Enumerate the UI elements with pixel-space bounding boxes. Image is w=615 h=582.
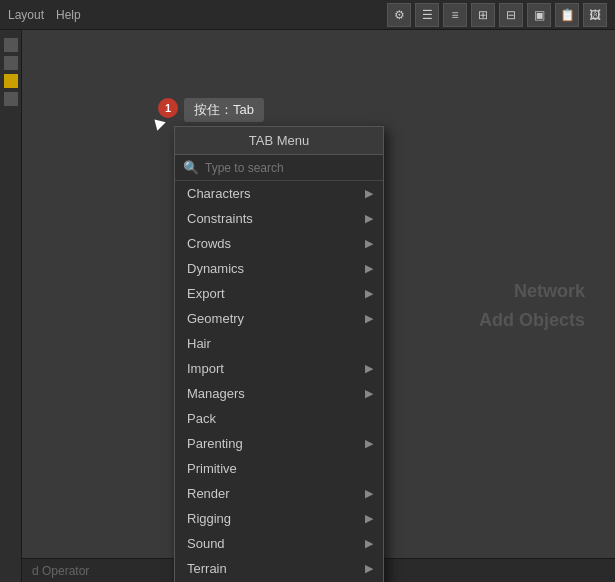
menu-item-label: Parenting xyxy=(187,436,243,451)
toolbar: Layout Help ⚙ ☰ ≡ ⊞ ⊟ ▣ 📋 🖼 xyxy=(0,0,615,30)
bg-line-network: Network xyxy=(479,277,585,306)
menu-item-label: Rigging xyxy=(187,511,231,526)
menu-item-label: Constraints xyxy=(187,211,253,226)
toolbar-icon-gear[interactable]: ⚙ xyxy=(387,3,411,27)
search-input[interactable] xyxy=(205,161,375,175)
toolbar-icon-grid[interactable]: ⊞ xyxy=(471,3,495,27)
menu-item-label: Geometry xyxy=(187,311,244,326)
bottom-bar-text: d Operator xyxy=(32,564,89,578)
menu-item-geometry[interactable]: Geometry ▶ xyxy=(175,306,383,331)
left-strip xyxy=(0,30,22,582)
menu-item-constraints[interactable]: Constraints ▶ xyxy=(175,206,383,231)
help-label[interactable]: Help xyxy=(56,8,81,22)
menu-item-label: Primitive xyxy=(187,461,237,476)
menu-item-label: Pack xyxy=(187,411,216,426)
arrow-icon: ▶ xyxy=(365,212,373,225)
cursor-arrow xyxy=(150,115,166,131)
tab-menu-search-bar: 🔍 xyxy=(175,155,383,181)
menu-item-rigging[interactable]: Rigging ▶ xyxy=(175,506,383,531)
strip-item-1 xyxy=(4,38,18,52)
strip-item-3 xyxy=(4,92,18,106)
arrow-icon: ▶ xyxy=(365,362,373,375)
menu-item-managers[interactable]: Managers ▶ xyxy=(175,381,383,406)
menu-item-sound[interactable]: Sound ▶ xyxy=(175,531,383,556)
background-text: Network Add Objects xyxy=(479,277,585,335)
toolbar-icon-image[interactable]: 🖼 xyxy=(583,3,607,27)
menu-item-hair[interactable]: Hair xyxy=(175,331,383,356)
arrow-icon: ▶ xyxy=(365,437,373,450)
layout-label[interactable]: Layout xyxy=(8,8,44,22)
toolbar-icons: ⚙ ☰ ≡ ⊞ ⊟ ▣ 📋 🖼 xyxy=(387,3,607,27)
tab-menu: TAB Menu 🔍 Characters ▶ Constraints ▶ Cr… xyxy=(174,126,384,582)
main-area: Network Add Objects 1 按住：Tab TAB Menu 🔍 … xyxy=(0,30,615,582)
menu-item-label: Dynamics xyxy=(187,261,244,276)
arrow-icon: ▶ xyxy=(365,562,373,575)
menu-item-terrain[interactable]: Terrain ▶ xyxy=(175,556,383,581)
toolbar-icon-menu2[interactable]: ≡ xyxy=(443,3,467,27)
content-area: Network Add Objects 1 按住：Tab TAB Menu 🔍 … xyxy=(22,30,615,582)
menu-item-dynamics[interactable]: Dynamics ▶ xyxy=(175,256,383,281)
strip-item-2 xyxy=(4,56,18,70)
menu-item-render[interactable]: Render ▶ xyxy=(175,481,383,506)
arrow-icon: ▶ xyxy=(365,537,373,550)
menu-item-label: Render xyxy=(187,486,230,501)
tab-menu-title: TAB Menu xyxy=(175,127,383,155)
arrow-icon: ▶ xyxy=(365,287,373,300)
menu-item-label: Import xyxy=(187,361,224,376)
menu-item-primitive[interactable]: Primitive xyxy=(175,456,383,481)
arrow-icon: ▶ xyxy=(365,487,373,500)
badge-number: 1 xyxy=(158,98,178,118)
arrow-icon: ▶ xyxy=(365,312,373,325)
menu-item-import[interactable]: Import ▶ xyxy=(175,356,383,381)
toolbar-icon-note[interactable]: 📋 xyxy=(555,3,579,27)
menu-item-label: Crowds xyxy=(187,236,231,251)
menu-item-characters[interactable]: Characters ▶ xyxy=(175,181,383,206)
arrow-icon: ▶ xyxy=(365,187,373,200)
menu-item-label: Terrain xyxy=(187,561,227,576)
menu-item-crowds[interactable]: Crowds ▶ xyxy=(175,231,383,256)
tooltip: 按住：Tab xyxy=(184,98,264,122)
menu-item-label: Sound xyxy=(187,536,225,551)
arrow-icon: ▶ xyxy=(365,237,373,250)
menu-item-parenting[interactable]: Parenting ▶ xyxy=(175,431,383,456)
menu-item-label: Managers xyxy=(187,386,245,401)
bg-line-addobjects: Add Objects xyxy=(479,306,585,335)
toolbar-icon-menu1[interactable]: ☰ xyxy=(415,3,439,27)
arrow-icon: ▶ xyxy=(365,262,373,275)
arrow-icon: ▶ xyxy=(365,512,373,525)
menu-item-label: Characters xyxy=(187,186,251,201)
menu-item-label: Hair xyxy=(187,336,211,351)
menu-item-export[interactable]: Export ▶ xyxy=(175,281,383,306)
toolbar-icon-square[interactable]: ▣ xyxy=(527,3,551,27)
menu-item-pack[interactable]: Pack xyxy=(175,406,383,431)
toolbar-icon-box[interactable]: ⊟ xyxy=(499,3,523,27)
arrow-icon: ▶ xyxy=(365,387,373,400)
menu-item-label: Export xyxy=(187,286,225,301)
strip-item-accent xyxy=(4,74,18,88)
search-icon: 🔍 xyxy=(183,160,199,175)
